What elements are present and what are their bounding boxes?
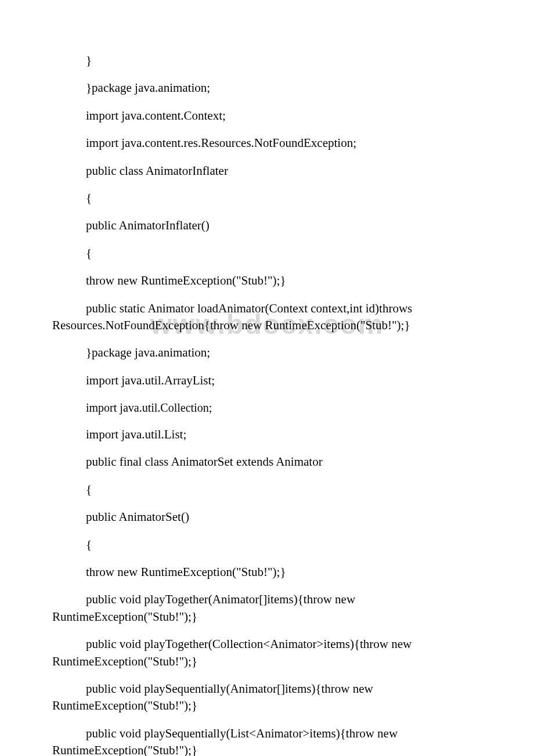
code-text: public void playTogether(Animator[]items… <box>52 591 482 608</box>
code-line: public AnimatorInflater() <box>52 217 482 234</box>
code-line: } <box>52 52 482 69</box>
code-line: public static Animator loadAnimator(Cont… <box>52 300 482 334</box>
code-text: RuntimeException("Stub!");} <box>52 697 482 714</box>
code-text: RuntimeException("Stub!");} <box>52 653 482 670</box>
code-line: public final class AnimatorSet extends A… <box>52 453 482 470</box>
code-line: public void playSequentially(List<Animat… <box>52 725 482 756</box>
code-line: import java.util.Collection; <box>52 399 482 416</box>
code-line: import java.content.Context; <box>52 107 482 124</box>
code-line: throw new RuntimeException("Stub!");} <box>52 272 482 289</box>
code-line: { <box>52 537 482 553</box>
document-body: } }package java.animation; import java.c… <box>52 52 482 756</box>
code-text: RuntimeException("Stub!");} <box>52 609 482 625</box>
code-line: throw new RuntimeException("Stub!");} <box>52 564 482 581</box>
code-line: public AnimatorSet() <box>52 509 482 525</box>
code-line: public class AnimatorInflater <box>52 163 482 179</box>
code-text: public void playTogether(Collection<Anim… <box>52 636 482 653</box>
code-line: { <box>52 190 482 207</box>
code-line: import java.util.ArrayList; <box>52 372 482 389</box>
code-text: public void playSequentially(Animator[]i… <box>52 681 482 697</box>
code-text: RuntimeException("Stub!");} <box>52 742 482 756</box>
code-text: Resources.NotFoundException{throw new Ru… <box>52 317 482 334</box>
code-text: public void playSequentially(List<Animat… <box>52 725 482 742</box>
code-line: import java.util.List; <box>52 426 482 443</box>
code-line: { <box>52 481 482 498</box>
code-line: public void playSequentially(Animator[]i… <box>52 681 482 715</box>
code-line: }package java.animation; <box>52 80 482 96</box>
code-text: public static Animator loadAnimator(Cont… <box>52 300 482 317</box>
code-line: import java.content.res.Resources.NotFou… <box>52 135 482 152</box>
code-line: public void playTogether(Animator[]items… <box>52 591 482 625</box>
code-line: public void playTogether(Collection<Anim… <box>52 636 482 670</box>
code-line: }package java.animation; <box>52 344 482 361</box>
code-line: { <box>52 245 482 262</box>
